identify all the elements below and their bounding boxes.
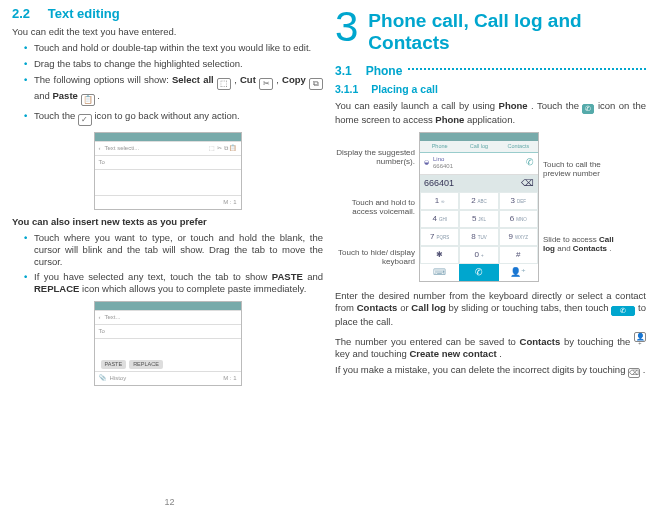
key-3[interactable]: 3DEF (499, 192, 538, 210)
avatar-icon: ◒ (424, 159, 429, 167)
paragraph: Enter the desired number from the keyboa… (335, 290, 646, 328)
key-hash[interactable]: # (499, 246, 538, 264)
text: and (557, 244, 573, 253)
text: . Touch the (531, 100, 582, 111)
shot-text: Text selecti... (105, 145, 140, 153)
shot-body (95, 169, 241, 195)
status-bar (420, 133, 538, 141)
text: by touching the (564, 336, 634, 347)
add-contact-icon[interactable]: 👤⁺ (499, 264, 538, 281)
cut-label: Cut (240, 74, 256, 85)
paste-label: Paste (53, 90, 78, 101)
phone-app-label: Phone (435, 114, 464, 125)
text: key and touching (335, 348, 409, 359)
key-7[interactable]: 7PQRS (420, 228, 459, 246)
hide-keyboard-icon[interactable]: ⌨ (420, 264, 459, 281)
contacts-label: Contacts (357, 302, 398, 313)
section-3-1-1-heading: 3.1.1 Placing a call (335, 83, 646, 96)
text: icon which allows you to complete paste … (82, 283, 306, 294)
phone-icon: ✆ (582, 104, 594, 114)
dialer-screenshot: Phone Call log Contacts ◒ Lino 666401 ✆ … (419, 132, 539, 282)
phone-label: Phone (499, 100, 528, 111)
cut-icon: ✂ (259, 78, 273, 90)
status-bar (95, 133, 241, 141)
key-4[interactable]: 4GHI (420, 210, 459, 228)
copy-label: Copy (282, 74, 306, 85)
bullet-item: The following options will show: Select … (24, 74, 323, 106)
call-log-label: Call log (411, 302, 445, 313)
select-all-icon: ⬚ (217, 78, 231, 90)
shot-row: ‹Text selecti...⬚ ✂ ⧉ 📋 (95, 141, 241, 155)
suggestion-row[interactable]: ◒ Lino 666401 ✆ (420, 153, 538, 175)
text: . (609, 244, 611, 253)
insert-heading: You can also insert new texts as you pre… (12, 216, 323, 228)
paste-replace-popup: PASTE REPLACE (95, 358, 241, 371)
subsection-number: 3.1 (335, 64, 352, 79)
right-callouts: Touch to call the preview number Slide t… (539, 132, 623, 282)
suggestion-number: 666401 (433, 163, 453, 171)
paragraph: The number you entered can be saved to C… (335, 332, 646, 360)
key-1[interactable]: 1∞ (420, 192, 459, 210)
keypad: 1∞ 2ABC 3DEF 4GHI 5JKL 6MNO 7PQRS 8TUV 9… (420, 192, 538, 264)
tab-call-log[interactable]: Call log (459, 141, 498, 153)
backspace-icon: ⌫ (628, 368, 640, 378)
callout: Touch to hide/ display keyboard (335, 246, 415, 268)
shot-row: ‹Text... (95, 310, 241, 324)
text: or (400, 302, 411, 313)
replace-label: REPLACE (34, 283, 79, 294)
callout: Touch to call the preview number (543, 158, 623, 180)
key-8[interactable]: 8TUV (459, 228, 498, 246)
call-button-icon: ✆ (611, 306, 635, 316)
shot-text: Histoy (110, 375, 127, 383)
text: The number you entered can be saved to (335, 336, 520, 347)
paste-button[interactable]: PASTE (101, 360, 127, 369)
intro-text: You can edit the text you have entered. (12, 26, 323, 38)
number-field[interactable]: 666401 ⌫ (420, 175, 538, 192)
select-all-label: Select all (172, 74, 214, 85)
bullet-list-1: Touch and hold or double-tap within the … (24, 42, 323, 126)
callout: Slide to access Call log and Contacts . (543, 233, 623, 255)
text: If you make a mistake, you can delete th… (335, 364, 628, 375)
subsubsection-number: 3.1.1 (335, 83, 358, 95)
suggestion-name: Lino (433, 156, 453, 164)
replace-button[interactable]: REPLACE (129, 360, 163, 369)
text: . (643, 364, 646, 375)
paragraph: If you make a mistake, you can delete th… (335, 364, 646, 378)
contacts-label: Contacts (573, 244, 607, 253)
back-icon: ✓ (78, 114, 92, 126)
shot-row: To (95, 155, 241, 169)
key-star[interactable]: ✱ (420, 246, 459, 264)
text: If you have selected any text, touch the… (34, 271, 272, 282)
text: and (307, 271, 323, 282)
key-2[interactable]: 2ABC (459, 192, 498, 210)
key-0[interactable]: 0+ (459, 246, 498, 264)
bullet-item: Touch the ✓ icon to go back without any … (24, 110, 323, 126)
bullet-item: Drag the tabs to change the highlighted … (24, 58, 323, 70)
text: by sliding or touching tabs, then touch (449, 302, 612, 313)
text: Touch the (34, 110, 78, 121)
tab-phone[interactable]: Phone (420, 141, 459, 153)
key-5[interactable]: 5JKL (459, 210, 498, 228)
screenshot-2: ‹Text... To PASTE REPLACE 📎HistoyM : 1 (94, 301, 242, 386)
backspace-icon[interactable]: ⌫ (521, 178, 534, 189)
section-title: Text editing (48, 6, 120, 21)
text: and (34, 90, 53, 101)
chapter-number: 3 (335, 6, 358, 48)
text: You can easily launch a call by using (335, 100, 499, 111)
call-button[interactable]: ✆ (459, 264, 498, 281)
paste-icon: 📋 (81, 94, 95, 106)
shot-row: 📎HistoyM : 1 (95, 371, 241, 385)
shot-body (95, 338, 241, 358)
bullet-item: Touch where you want to type, or touch a… (24, 232, 323, 268)
key-6[interactable]: 6MNO (499, 210, 538, 228)
call-preview-icon[interactable]: ✆ (526, 157, 534, 168)
paragraph: You can easily launch a call by using Ph… (335, 100, 646, 126)
text: . (499, 348, 502, 359)
chapter-heading: 3 Phone call, Call log and Contacts (335, 6, 646, 54)
call-bar: ⌨ ✆ 👤⁺ (420, 264, 538, 281)
key-9[interactable]: 9WXYZ (499, 228, 538, 246)
bullet-list-2: Touch where you want to type, or touch a… (24, 232, 323, 295)
tab-contacts[interactable]: Contacts (499, 141, 538, 153)
section-2-2-heading: 2.2 Text editing (12, 6, 323, 22)
left-callouts: Display the suggested number(s). Touch a… (335, 132, 419, 282)
